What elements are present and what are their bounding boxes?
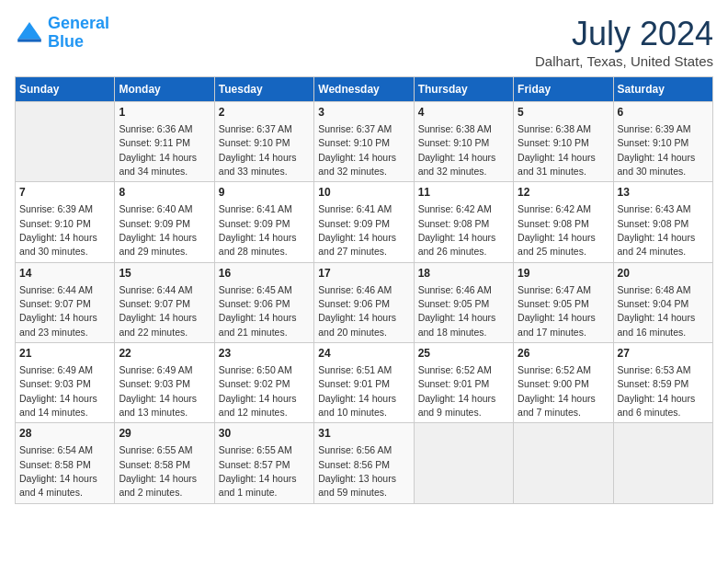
weekday-header-wednesday: Wednesday bbox=[314, 77, 414, 102]
calendar-cell: 19Sunrise: 6:47 AMSunset: 9:05 PMDayligh… bbox=[514, 262, 613, 342]
calendar-cell: 20Sunrise: 6:48 AMSunset: 9:04 PMDayligh… bbox=[613, 262, 712, 342]
logo: General Blue bbox=[15, 15, 109, 52]
calendar-cell: 17Sunrise: 6:46 AMSunset: 9:06 PMDayligh… bbox=[314, 262, 414, 342]
calendar-cell: 1Sunrise: 6:36 AMSunset: 9:11 PMDaylight… bbox=[115, 102, 214, 182]
calendar-cell: 14Sunrise: 6:44 AMSunset: 9:07 PMDayligh… bbox=[16, 262, 115, 342]
calendar-cell: 4Sunrise: 6:38 AMSunset: 9:10 PMDaylight… bbox=[414, 102, 513, 182]
day-number: 18 bbox=[418, 266, 509, 282]
month-title: July 2024 bbox=[535, 15, 713, 53]
week-row-1: 1Sunrise: 6:36 AMSunset: 9:11 PMDaylight… bbox=[16, 102, 713, 182]
calendar-cell: 22Sunrise: 6:49 AMSunset: 9:03 PMDayligh… bbox=[115, 343, 214, 423]
day-info: Sunrise: 6:40 AMSunset: 9:09 PMDaylight:… bbox=[119, 203, 197, 257]
day-number: 30 bbox=[219, 426, 310, 442]
day-number: 20 bbox=[618, 266, 709, 282]
day-info: Sunrise: 6:39 AMSunset: 9:10 PMDaylight:… bbox=[19, 203, 97, 257]
day-info: Sunrise: 6:53 AMSunset: 8:59 PMDaylight:… bbox=[618, 364, 696, 418]
calendar-cell: 30Sunrise: 6:55 AMSunset: 8:57 PMDayligh… bbox=[214, 423, 313, 503]
svg-marker-0 bbox=[17, 22, 41, 39]
calendar-cell bbox=[414, 423, 513, 503]
day-number: 7 bbox=[19, 185, 110, 201]
day-number: 23 bbox=[219, 346, 310, 362]
calendar-cell: 29Sunrise: 6:55 AMSunset: 8:58 PMDayligh… bbox=[115, 423, 214, 503]
day-info: Sunrise: 6:37 AMSunset: 9:10 PMDaylight:… bbox=[219, 123, 297, 177]
day-number: 15 bbox=[119, 266, 210, 282]
weekday-header-saturday: Saturday bbox=[613, 77, 712, 102]
calendar-table: SundayMondayTuesdayWednesdayThursdayFrid… bbox=[15, 76, 713, 504]
weekday-header-monday: Monday bbox=[115, 77, 214, 102]
calendar-cell bbox=[16, 102, 115, 182]
calendar-cell: 25Sunrise: 6:52 AMSunset: 9:01 PMDayligh… bbox=[414, 343, 513, 423]
calendar-cell: 9Sunrise: 6:41 AMSunset: 9:09 PMDaylight… bbox=[214, 182, 313, 262]
calendar-cell: 11Sunrise: 6:42 AMSunset: 9:08 PMDayligh… bbox=[414, 182, 513, 262]
day-number: 28 bbox=[19, 426, 110, 442]
calendar-cell: 5Sunrise: 6:38 AMSunset: 9:10 PMDaylight… bbox=[514, 102, 613, 182]
day-info: Sunrise: 6:44 AMSunset: 9:07 PMDaylight:… bbox=[19, 284, 97, 338]
title-block: July 2024 Dalhart, Texas, United States bbox=[535, 15, 713, 69]
day-number: 8 bbox=[119, 185, 210, 201]
day-number: 31 bbox=[318, 426, 409, 442]
day-number: 13 bbox=[618, 185, 709, 201]
day-info: Sunrise: 6:45 AMSunset: 9:06 PMDaylight:… bbox=[219, 284, 297, 338]
day-info: Sunrise: 6:52 AMSunset: 9:01 PMDaylight:… bbox=[418, 364, 496, 418]
day-info: Sunrise: 6:42 AMSunset: 9:08 PMDaylight:… bbox=[518, 203, 596, 257]
day-info: Sunrise: 6:42 AMSunset: 9:08 PMDaylight:… bbox=[418, 203, 496, 257]
calendar-cell: 27Sunrise: 6:53 AMSunset: 8:59 PMDayligh… bbox=[613, 343, 712, 423]
day-number: 14 bbox=[19, 266, 110, 282]
day-info: Sunrise: 6:43 AMSunset: 9:08 PMDaylight:… bbox=[618, 203, 696, 257]
day-number: 11 bbox=[418, 185, 509, 201]
day-info: Sunrise: 6:38 AMSunset: 9:10 PMDaylight:… bbox=[518, 123, 596, 177]
day-info: Sunrise: 6:55 AMSunset: 8:58 PMDaylight:… bbox=[119, 444, 197, 498]
location: Dalhart, Texas, United States bbox=[535, 53, 713, 69]
weekday-header-row: SundayMondayTuesdayWednesdayThursdayFrid… bbox=[16, 77, 713, 102]
day-number: 10 bbox=[318, 185, 409, 201]
day-number: 12 bbox=[518, 185, 609, 201]
day-info: Sunrise: 6:39 AMSunset: 9:10 PMDaylight:… bbox=[618, 123, 696, 177]
day-info: Sunrise: 6:52 AMSunset: 9:00 PMDaylight:… bbox=[518, 364, 596, 418]
weekday-header-tuesday: Tuesday bbox=[214, 77, 313, 102]
calendar-cell: 23Sunrise: 6:50 AMSunset: 9:02 PMDayligh… bbox=[214, 343, 313, 423]
weekday-header-sunday: Sunday bbox=[16, 77, 115, 102]
calendar-cell: 3Sunrise: 6:37 AMSunset: 9:10 PMDaylight… bbox=[314, 102, 414, 182]
day-info: Sunrise: 6:49 AMSunset: 9:03 PMDaylight:… bbox=[19, 364, 97, 418]
day-number: 1 bbox=[119, 105, 210, 121]
day-info: Sunrise: 6:47 AMSunset: 9:05 PMDaylight:… bbox=[518, 284, 596, 338]
calendar-cell: 10Sunrise: 6:41 AMSunset: 9:09 PMDayligh… bbox=[314, 182, 414, 262]
svg-rect-1 bbox=[17, 39, 41, 41]
day-number: 5 bbox=[518, 105, 609, 121]
day-info: Sunrise: 6:46 AMSunset: 9:06 PMDaylight:… bbox=[318, 284, 396, 338]
weekday-header-thursday: Thursday bbox=[414, 77, 513, 102]
day-number: 22 bbox=[119, 346, 210, 362]
calendar-cell: 24Sunrise: 6:51 AMSunset: 9:01 PMDayligh… bbox=[314, 343, 414, 423]
day-number: 25 bbox=[418, 346, 509, 362]
page-header: General Blue July 2024 Dalhart, Texas, U… bbox=[15, 15, 713, 69]
day-number: 6 bbox=[618, 105, 709, 121]
calendar-cell: 15Sunrise: 6:44 AMSunset: 9:07 PMDayligh… bbox=[115, 262, 214, 342]
week-row-2: 7Sunrise: 6:39 AMSunset: 9:10 PMDaylight… bbox=[16, 182, 713, 262]
calendar-cell: 28Sunrise: 6:54 AMSunset: 8:58 PMDayligh… bbox=[16, 423, 115, 503]
day-number: 29 bbox=[119, 426, 210, 442]
day-info: Sunrise: 6:46 AMSunset: 9:05 PMDaylight:… bbox=[418, 284, 496, 338]
day-number: 19 bbox=[518, 266, 609, 282]
day-info: Sunrise: 6:50 AMSunset: 9:02 PMDaylight:… bbox=[219, 364, 297, 418]
logo-icon bbox=[15, 18, 44, 48]
day-number: 24 bbox=[318, 346, 409, 362]
day-number: 21 bbox=[19, 346, 110, 362]
day-info: Sunrise: 6:38 AMSunset: 9:10 PMDaylight:… bbox=[418, 123, 496, 177]
calendar-cell: 6Sunrise: 6:39 AMSunset: 9:10 PMDaylight… bbox=[613, 102, 712, 182]
calendar-cell bbox=[613, 423, 712, 503]
day-number: 16 bbox=[219, 266, 310, 282]
day-info: Sunrise: 6:37 AMSunset: 9:10 PMDaylight:… bbox=[318, 123, 396, 177]
day-number: 17 bbox=[318, 266, 409, 282]
weekday-header-friday: Friday bbox=[514, 77, 613, 102]
day-info: Sunrise: 6:44 AMSunset: 9:07 PMDaylight:… bbox=[119, 284, 197, 338]
calendar-cell: 13Sunrise: 6:43 AMSunset: 9:08 PMDayligh… bbox=[613, 182, 712, 262]
calendar-cell: 26Sunrise: 6:52 AMSunset: 9:00 PMDayligh… bbox=[514, 343, 613, 423]
day-info: Sunrise: 6:41 AMSunset: 9:09 PMDaylight:… bbox=[318, 203, 396, 257]
day-number: 26 bbox=[518, 346, 609, 362]
calendar-cell: 7Sunrise: 6:39 AMSunset: 9:10 PMDaylight… bbox=[16, 182, 115, 262]
logo-text: General Blue bbox=[48, 15, 109, 52]
calendar-cell: 2Sunrise: 6:37 AMSunset: 9:10 PMDaylight… bbox=[214, 102, 313, 182]
calendar-cell: 21Sunrise: 6:49 AMSunset: 9:03 PMDayligh… bbox=[16, 343, 115, 423]
calendar-cell: 18Sunrise: 6:46 AMSunset: 9:05 PMDayligh… bbox=[414, 262, 513, 342]
day-info: Sunrise: 6:49 AMSunset: 9:03 PMDaylight:… bbox=[119, 364, 197, 418]
